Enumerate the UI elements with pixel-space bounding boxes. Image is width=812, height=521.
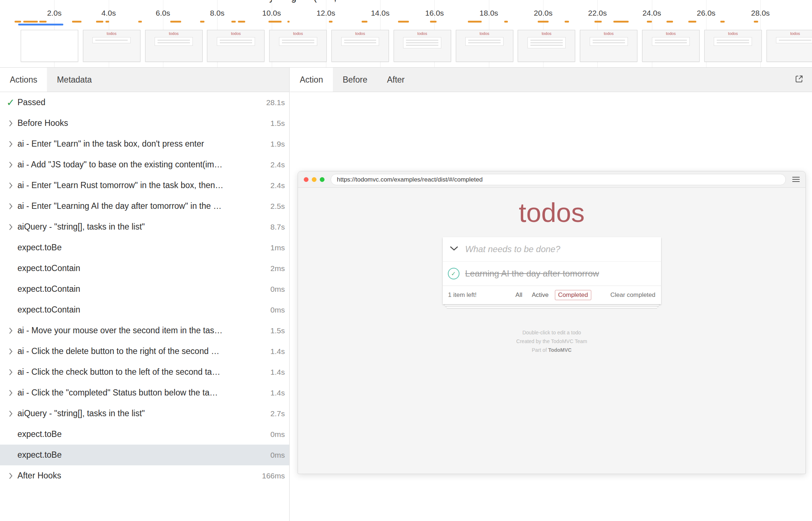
timeline-time-label: 10.0s	[262, 9, 281, 17]
expand-chevron-icon[interactable]	[4, 162, 17, 168]
thumbnail-line	[717, 40, 749, 41]
action-row[interactable]: expect.toBe1ms	[0, 237, 289, 258]
thumbnail-card	[776, 37, 812, 43]
action-row[interactable]: ai - Enter "Learn Rust tomorrow" in the …	[0, 175, 289, 196]
action-duration: 0ms	[270, 306, 285, 314]
todomvc-brand[interactable]: TodoMVC	[548, 347, 572, 353]
url-bar[interactable]: https://todomvc.com/examples/react/dist/…	[331, 174, 786, 185]
timeline-activity-marker	[430, 21, 437, 23]
timeline-thumbnail[interactable]: todos	[642, 30, 700, 62]
tab-after[interactable]: After	[377, 68, 415, 92]
thumbnail-line	[344, 42, 377, 43]
timeline-thumbnail[interactable]: todos	[767, 30, 812, 62]
expand-chevron-icon[interactable]	[4, 182, 17, 189]
filter-all[interactable]: All	[512, 290, 526, 300]
new-todo-row: What needs to be done?	[443, 237, 661, 261]
action-duration: 0ms	[270, 430, 285, 439]
menu-icon[interactable]	[792, 175, 800, 183]
timeline-thumbnail[interactable]: todos	[83, 30, 140, 62]
tab-actions[interactable]: Actions	[0, 68, 47, 92]
thumbnail-app-title: todos	[518, 32, 575, 36]
app-info-footer: Double-click to edit a todo Created by t…	[298, 328, 805, 354]
thumbnail-card	[528, 37, 566, 48]
expand-chevron-icon[interactable]	[4, 473, 17, 479]
timeline-thumbnail[interactable]: todos	[145, 30, 203, 62]
timeline-thumbnail[interactable]: todos	[704, 30, 762, 62]
todo-footer: 1 item left! AllActiveCompleted Clear co…	[443, 286, 661, 304]
action-row[interactable]: aiQuery - "string[], tasks in the list"8…	[0, 216, 289, 237]
action-row[interactable]: expect.toContain0ms	[0, 279, 289, 299]
thumbnail-app-title: todos	[767, 32, 812, 36]
todo-toggle-check-icon[interactable]: ✓	[448, 268, 459, 279]
action-row[interactable]: expect.toBe0ms	[0, 445, 289, 465]
tab-action[interactable]: Action	[290, 68, 333, 92]
timeline-thumbnail[interactable]: todos	[394, 30, 451, 62]
info-line: Double-click to edit a todo	[298, 328, 805, 337]
expand-chevron-icon[interactable]	[4, 410, 17, 417]
thumbnail-app-title: todos	[332, 32, 389, 36]
expand-chevron-icon[interactable]	[4, 327, 17, 334]
thumbnail-card	[92, 37, 131, 43]
thumbnail-app-title: todos	[146, 32, 202, 36]
action-row[interactable]: expect.toBe0ms	[0, 424, 289, 445]
thumbnail-line	[593, 42, 625, 43]
clear-completed-button[interactable]: Clear completed	[610, 291, 656, 299]
todo-item: ✓ Learning AI the day after tomorrow	[443, 261, 661, 286]
filter-completed[interactable]: Completed	[555, 290, 591, 300]
timeline-time-label: 20.0s	[534, 9, 552, 17]
maximize-dot-icon	[320, 177, 325, 182]
thumbnail-line	[717, 42, 749, 43]
expand-chevron-icon[interactable]	[4, 141, 17, 147]
action-label: ai - Enter "Learn Rust tomorrow" in the …	[17, 180, 266, 190]
timeline-thumbnail[interactable]: todos	[269, 30, 327, 62]
timeline-activity-marker	[106, 21, 109, 23]
action-row[interactable]: ai - Click the delete button to the righ…	[0, 341, 289, 362]
new-todo-input[interactable]: What needs to be done?	[465, 244, 561, 254]
app-title: todos	[298, 199, 805, 226]
timeline[interactable]: y g ( , 2.0s4.0s6.0s8.0s10.0s12.0s14.0s1…	[0, 0, 812, 68]
expand-chevron-icon[interactable]	[4, 390, 17, 396]
action-row[interactable]: ai - Enter "Learning AI the day after to…	[0, 196, 289, 216]
timeline-thumbnail[interactable]: todos	[580, 30, 637, 62]
action-row[interactable]: ai - Click the check button to the left …	[0, 362, 289, 382]
timeline-thumbnail[interactable]: todos	[456, 30, 513, 62]
action-row[interactable]: ✓Passed28.1s	[0, 92, 289, 113]
action-row[interactable]: ai - Enter "Learn" in the task box, don'…	[0, 134, 289, 154]
timeline-thumbnail[interactable]: todos	[207, 30, 264, 62]
thumbnail-app-title: todos	[270, 32, 326, 36]
timeline-time-label: 8.0s	[210, 9, 224, 17]
action-row[interactable]: After Hooks166ms	[0, 465, 289, 486]
action-row[interactable]: ai - Move your mouse over the second ite…	[0, 320, 289, 341]
action-label: ai - Enter "Learning AI the day after to…	[17, 201, 266, 211]
timeline-activity-marker	[688, 21, 696, 23]
action-row[interactable]: expect.toContain2ms	[0, 258, 289, 279]
expand-chevron-icon[interactable]	[4, 224, 17, 230]
open-in-new-window-icon[interactable]	[794, 74, 804, 85]
thumbnail-card	[403, 37, 441, 48]
action-row[interactable]: ai - Click the "completed" Status button…	[0, 382, 289, 403]
action-row[interactable]: ai - Add "JS today" to base on the exist…	[0, 154, 289, 175]
timeline-thumbnail[interactable]	[21, 30, 78, 62]
expand-chevron-icon[interactable]	[4, 203, 17, 210]
thumbnail-line	[530, 42, 563, 43]
action-row[interactable]: Before Hooks1.5s	[0, 113, 289, 134]
filter-active[interactable]: Active	[529, 290, 552, 300]
thumbnail-line	[468, 42, 501, 43]
timeline-thumbnail[interactable]: todos	[331, 30, 389, 62]
tab-before[interactable]: Before	[333, 68, 377, 92]
expand-chevron-icon[interactable]	[4, 348, 17, 355]
action-row[interactable]: expect.toContain0ms	[0, 299, 289, 320]
actions-tabbar: ActionsMetadata	[0, 68, 289, 92]
expand-chevron-icon[interactable]	[4, 369, 17, 375]
timeline-thumbnail[interactable]: todos	[518, 30, 575, 62]
thumbnail-line	[406, 45, 438, 46]
action-label: expect.toContain	[17, 305, 266, 315]
thumbnail-line	[282, 40, 314, 41]
toggle-all-chevron-icon[interactable]	[443, 246, 465, 252]
thumbnail-app-title: todos	[642, 32, 699, 36]
action-row[interactable]: aiQuery - "string[], tasks in the list"2…	[0, 403, 289, 424]
timeline-activity-marker	[504, 21, 508, 23]
tab-metadata[interactable]: Metadata	[47, 68, 102, 92]
thumbnail-card	[590, 37, 628, 46]
expand-chevron-icon[interactable]	[4, 120, 17, 127]
